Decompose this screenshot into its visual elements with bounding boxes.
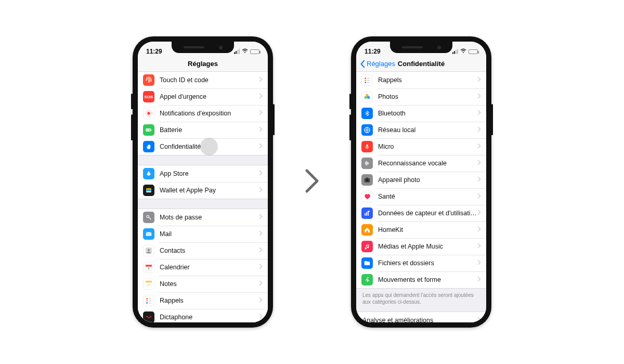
music-icon [361,241,373,252]
chevron-right-icon [477,243,481,250]
row-label: Photos [378,93,477,100]
svg-rect-5 [147,129,150,131]
settings-row-rappels[interactable]: Rappels [138,292,268,309]
exposure-icon [143,108,154,119]
power-button [491,104,493,135]
settings-group: App StoreWallet et Apple Pay [138,165,268,199]
settings-row-fichiers[interactable]: Fichiers et dossiers [356,255,486,271]
row-label: Wallet et Apple Pay [160,187,259,194]
mic-icon [361,141,373,152]
chevron-right-icon [477,93,481,100]
chevron-right-icon [477,143,481,150]
chevron-right-icon [477,210,481,217]
chevron-right-icon [259,110,263,117]
settings-row-contacts[interactable]: Contacts [138,242,268,259]
arrow-right-icon [304,168,320,196]
settings-row-batterie[interactable]: Batterie [138,122,268,138]
health-icon [361,191,373,202]
row-label: Mail [160,230,259,238]
camera-icon [361,174,373,186]
volume-down-button [349,114,351,140]
back-button[interactable]: Réglages [359,56,395,71]
row-label: Calendrier [160,264,259,271]
settings-row-appstore[interactable]: App Store [138,165,268,182]
chevron-right-icon [259,143,263,150]
row-label: Appareil photo [378,176,477,184]
calendar-icon: 1 [143,262,154,273]
svg-rect-42 [366,212,367,216]
settings-row-mouvement[interactable]: Mouvements et forme [356,271,486,288]
contacts-icon [143,245,154,256]
row-label: Mouvements et forme [378,276,477,283]
settings-list[interactable]: Touch ID et codeSOSAppel d'urgenceNotifi… [138,72,268,322]
settings-row-bluetooth[interactable]: Bluetooth [356,105,486,122]
settings-row-sante[interactable]: Santé [356,188,486,205]
settings-row-voice[interactable]: Reconnaissance vocale [356,155,486,172]
status-time: 11:29 [365,48,381,55]
voice-memos-icon [143,311,154,322]
reminders-icon [361,74,373,86]
row-label: Bluetooth [378,110,477,117]
settings-row-wallet[interactable]: Wallet et Apple Pay [138,182,268,199]
mail-icon [143,228,154,240]
row-label: Données de capteur et d'utilisation... [378,210,477,217]
row-label: Contacts [160,247,259,254]
motion-icon [361,274,373,285]
settings-row-sos[interactable]: SOSAppel d'urgence [138,88,268,105]
settings-row-reseau[interactable]: Réseau local [356,122,486,138]
settings-row-dictaphone[interactable]: Dictaphone [138,309,268,322]
settings-row-touchid[interactable]: Touch ID et code [138,72,268,88]
chevron-right-icon [259,230,263,238]
svg-rect-37 [367,145,368,148]
battery-icon [143,124,154,136]
settings-row-rappels2[interactable]: Rappels [356,72,486,88]
row-label: Micro [378,143,477,150]
svg-rect-41 [365,213,366,216]
privacy-list[interactable]: RappelsPhotosBluetoothRéseau localMicroR… [356,72,486,322]
chevron-right-icon [259,280,263,288]
settings-row-photos[interactable]: Photos [356,88,486,105]
screen-right: 11:29 Réglages Confidentialité RappelsPh… [356,42,486,322]
row-label: Reconnaissance vocale [378,160,477,167]
row-label: Mots de passe [160,214,259,221]
notch [390,42,452,53]
settings-row-homekit[interactable]: HomeKit [356,222,486,238]
svg-point-39 [366,179,369,181]
svg-point-10 [147,215,149,217]
row-label: Santé [378,193,477,200]
svg-point-21 [146,298,148,300]
settings-row-exposure[interactable]: Notifications d'exposition [138,105,268,122]
svg-point-13 [148,249,150,251]
svg-rect-40 [366,177,369,178]
settings-row-confidentialite[interactable]: Confidentialité [138,138,268,155]
wallet-icon [143,185,154,196]
settings-row-camera[interactable]: Appareil photo [356,172,486,188]
chevron-right-icon [259,247,263,254]
settings-row-calendrier[interactable]: 1Calendrier [138,259,268,276]
settings-row-notes[interactable]: Notes [138,276,268,292]
battery-icon [250,49,259,54]
settings-row-mail[interactable]: Mail [138,226,268,242]
chevron-right-icon [259,126,263,134]
svg-point-23 [146,302,148,304]
settings-row-sensor[interactable]: Données de capteur et d'utilisation... [356,205,486,222]
row-label: Notifications d'exposition [160,110,259,117]
chevron-right-icon [259,93,263,100]
row-label: HomeKit [378,226,477,233]
volume-up-button [349,94,351,109]
chevron-right-icon [259,170,263,177]
chevron-right-icon [477,160,481,167]
chevron-right-icon [259,214,263,221]
chevron-right-icon [259,264,263,271]
settings-row-micro[interactable]: Micro [356,138,486,155]
svg-point-34 [365,96,367,99]
chevron-right-icon [477,276,481,283]
screen-left: 11:29 Réglages Touch ID et codeSOSAppel … [138,42,268,322]
wifi-icon [460,48,466,55]
row-label: Rappels [378,76,477,84]
settings-row-passwords[interactable]: Mots de passe [138,209,268,226]
battery-icon [469,49,478,54]
settings-row-analyse[interactable]: Analyse et améliorations [356,312,486,322]
svg-point-22 [146,300,148,302]
settings-row-media[interactable]: Médias et Apple Music [356,238,486,255]
